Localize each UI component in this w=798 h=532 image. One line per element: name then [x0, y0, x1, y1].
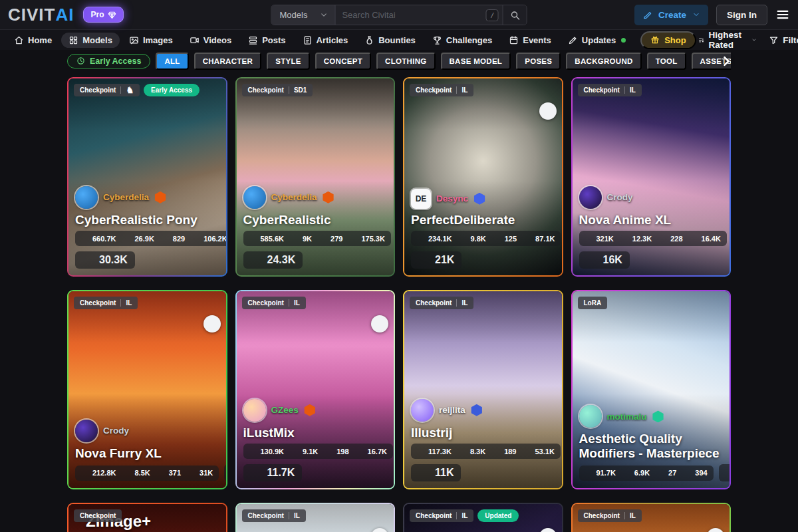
card-menu-button[interactable] [209, 510, 221, 522]
card-menu-button[interactable] [712, 297, 724, 309]
model-card[interactable]: Checkpoint IL Updated [403, 503, 563, 532]
comments-count: 829 [173, 235, 185, 243]
model-type-label: Checkpoint [80, 512, 116, 519]
creator-name: GZees [271, 405, 299, 415]
link-button[interactable] [203, 315, 221, 332]
downloads-count: 321K [597, 235, 614, 243]
category-chip-poses[interactable]: POSES [516, 53, 561, 70]
nav-item-updates[interactable]: Updates [561, 33, 633, 48]
creator[interactable]: motimalu [579, 405, 724, 428]
nav-item-posts[interactable]: Posts [241, 33, 293, 48]
likes-badge[interactable]: 24.3K [243, 251, 303, 269]
nav-item-videos[interactable]: Videos [182, 33, 239, 48]
nav-item-images[interactable]: Images [122, 33, 180, 48]
menu-burger-icon[interactable] [775, 7, 790, 22]
article-icon [303, 35, 313, 45]
nav-item-articles[interactable]: Articles [295, 33, 356, 48]
brush-icon [642, 10, 652, 20]
search-icon [509, 10, 520, 21]
category-chip-all[interactable]: ALL [156, 53, 188, 70]
creator[interactable]: Crody [75, 420, 219, 442]
likes-badge[interactable]: 11.7K [243, 464, 303, 481]
creator[interactable]: Cyberdelia [243, 186, 388, 209]
model-card[interactable]: LoRA motimalu Aesthetic Quality Modifier… [571, 290, 732, 489]
likes-badge[interactable]: 30.3K [75, 251, 135, 269]
filters-dropdown[interactable]: Filters 1 [769, 35, 798, 45]
nav-item-models[interactable]: Models [61, 33, 120, 48]
creator[interactable]: GZees [243, 399, 388, 422]
nav-item-shop[interactable]: Shop [640, 31, 696, 49]
category-chip-tool[interactable]: TOOL [647, 53, 686, 70]
comments-count: 279 [331, 235, 342, 243]
model-card[interactable]: Zimage+ VerisDPO Checkpoint [67, 503, 227, 532]
model-stats: 234.1K 9.8K 125 87.1K [411, 231, 561, 246]
link-button[interactable] [539, 102, 557, 120]
nav-item-label: Bounties [378, 35, 416, 45]
model-subtype-label: IL [462, 512, 467, 519]
category-chip-concept[interactable]: CONCEPT [315, 53, 371, 70]
bolt-icon [188, 469, 197, 477]
creator-name: Desync [436, 194, 468, 203]
category-chip-character[interactable]: CHARACTER [194, 53, 262, 70]
model-card[interactable]: Checkpoint ♞ Early Access Cyberdelia Cyb… [67, 77, 227, 277]
sort-dropdown[interactable]: Highest Rated [698, 30, 757, 50]
likes-badge[interactable]: 14K [224, 464, 225, 481]
home-icon [14, 35, 24, 45]
card-menu-button[interactable] [376, 84, 388, 96]
bookmarks-count: 8.3K [470, 448, 485, 456]
model-card[interactable]: Checkpoint IL reijlita Illustrij [403, 290, 563, 489]
likes-count: 24.3K [267, 254, 296, 266]
category-chip-style[interactable]: STYLE [267, 53, 310, 70]
pro-badge-button[interactable]: Pro [83, 7, 124, 23]
create-button[interactable]: Create [634, 5, 708, 25]
creator[interactable]: reijlita [411, 399, 555, 422]
search-category-select[interactable]: Models [272, 5, 336, 25]
card-menu-button[interactable] [712, 84, 724, 96]
nav-item-bounties[interactable]: Bounties [357, 33, 423, 48]
model-card[interactable]: Checkpoint IL [235, 503, 396, 532]
link-button[interactable] [371, 315, 388, 332]
card-menu-button[interactable] [545, 510, 557, 522]
card-menu-button[interactable] [209, 84, 221, 96]
model-card[interactable]: Checkpoint IL DE Desync PerfectDeliberat… [403, 77, 563, 277]
creator[interactable]: DE Desync [411, 189, 555, 209]
link-icon [376, 320, 384, 329]
grid-icon [68, 35, 78, 45]
card-menu-button[interactable] [712, 510, 724, 522]
card-menu-button[interactable] [545, 297, 557, 309]
model-title: PerfectDeliberate [411, 213, 555, 227]
search-button[interactable] [503, 5, 527, 25]
card-menu-button[interactable] [376, 510, 388, 522]
category-chip-clothing[interactable]: CLOTHING [376, 53, 435, 70]
model-type-label: LoRA [584, 299, 602, 307]
card-menu-button[interactable] [209, 297, 221, 309]
category-chip-background[interactable]: BACKGROUND [566, 53, 641, 70]
chips-scroll-right-button[interactable] [720, 55, 733, 68]
model-card[interactable]: Checkpoint IL GZees iLustMix [235, 290, 396, 489]
thumbs-up-icon [82, 255, 94, 266]
model-card[interactable]: Checkpoint IL Crody Nova Furry XL [67, 290, 227, 489]
card-menu-button[interactable] [376, 297, 388, 309]
sign-in-button[interactable]: Sign In [716, 5, 767, 25]
model-card[interactable]: Checkpoint IL [571, 503, 732, 532]
creator[interactable]: Crody [579, 186, 724, 209]
creator[interactable]: Cyberdelia [75, 186, 219, 209]
model-type-label: Checkpoint [248, 512, 284, 519]
nav-item-challenges[interactable]: Challenges [425, 33, 499, 48]
likes-badge[interactable]: 16K [579, 251, 630, 269]
search-input[interactable] [335, 5, 485, 25]
likes-badge[interactable]: 11K [411, 464, 461, 481]
bookmarks-count: 8.5K [134, 469, 150, 477]
likes-badge[interactable]: 21K [411, 251, 462, 269]
nav-item-home[interactable]: Home [7, 33, 59, 48]
search-bar: Models / [271, 5, 527, 25]
model-card[interactable]: Checkpoint IL Crody Nova Anime XL [571, 77, 732, 277]
likes-badge[interactable]: 9K [719, 464, 730, 481]
card-menu-button[interactable] [545, 84, 557, 96]
category-chip-base-model[interactable]: BASE MODEL [441, 53, 511, 70]
model-card[interactable]: Checkpoint SD1 Cyberdelia CyberRealistic [235, 77, 396, 277]
early-access-toggle[interactable]: Early Access [67, 54, 150, 68]
nav-item-events[interactable]: Events [501, 33, 559, 48]
civitai-logo[interactable]: CIVIT AI [8, 5, 74, 25]
badge-divider [456, 299, 457, 307]
